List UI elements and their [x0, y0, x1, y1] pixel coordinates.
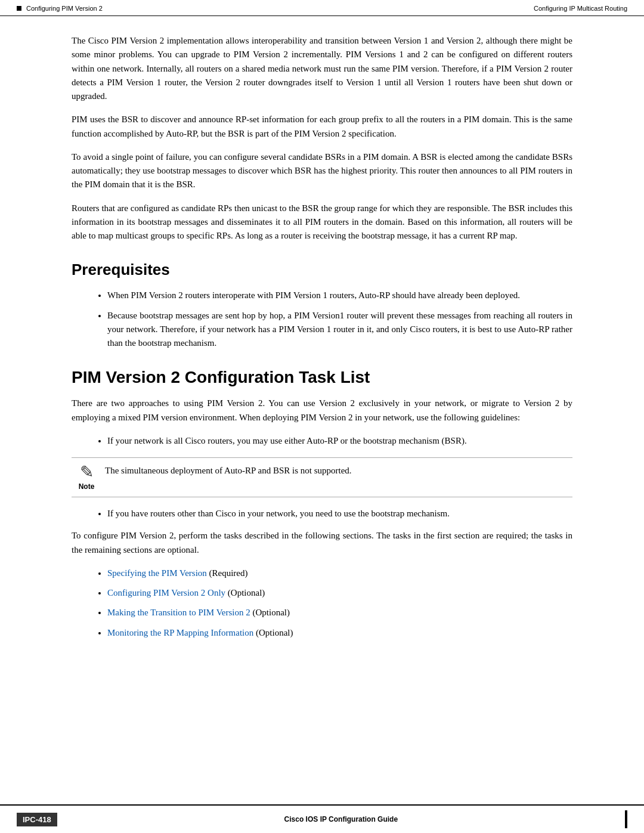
- link-suffix-1: (Optional): [225, 588, 265, 597]
- link-suffix-0: (Required): [207, 568, 248, 578]
- footer-bar: IPC-418 Cisco IOS IP Configuration Guide: [0, 804, 644, 833]
- header-right-label: Configuring IP Multicast Routing: [534, 5, 627, 12]
- page-badge: IPC-418: [17, 813, 57, 826]
- note-label: Note: [79, 482, 95, 491]
- note-container: ✎ Note The simultaneous deployment of Au…: [72, 457, 572, 497]
- main-content: The Cisco PIM Version 2 implementation a…: [0, 16, 644, 804]
- intro-para-3: To avoid a single point of failure, you …: [72, 150, 572, 192]
- header-bar: Configuring PIM Version 2 Configuring IP…: [0, 0, 644, 16]
- intro-para-2: PIM uses the BSR to discover and announc…: [72, 113, 572, 141]
- header-square-icon: [17, 6, 21, 11]
- link-suffix-2: (Optional): [250, 608, 290, 617]
- list-item: Configuring PIM Version 2 Only (Optional…: [107, 586, 572, 600]
- footer-line: [625, 810, 627, 828]
- page-container: Configuring PIM Version 2 Configuring IP…: [0, 0, 644, 833]
- list-item: Monitoring the RP Mapping Information (O…: [107, 626, 572, 640]
- pencil-icon: ✎: [80, 464, 94, 481]
- link-making-transition[interactable]: Making the Transition to PIM Version 2: [107, 608, 250, 617]
- link-suffix-3: (Optional): [253, 628, 293, 637]
- guide-title: Cisco IOS IP Configuration Guide: [284, 815, 398, 823]
- list-item: If your network is all Cisco routers, yo…: [107, 434, 572, 448]
- list-item: Making the Transition to PIM Version 2 (…: [107, 606, 572, 620]
- task-list-outro: To configure PIM Version 2, perform the …: [72, 529, 572, 557]
- task-list-heading: PIM Version 2 Configuration Task List: [72, 368, 572, 387]
- link-specifying-pim[interactable]: Specifying the PIM Version: [107, 568, 207, 578]
- link-monitoring-rp[interactable]: Monitoring the RP Mapping Information: [107, 628, 253, 637]
- list-item: When PIM Version 2 routers interoperate …: [107, 289, 572, 302]
- links-list: Specifying the PIM Version (Required) Co…: [107, 566, 572, 640]
- intro-para-4: Routers that are configured as candidate…: [72, 202, 572, 243]
- task-list-intro: There are two approaches to using PIM Ve…: [72, 397, 572, 425]
- link-configuring-pim[interactable]: Configuring PIM Version 2 Only: [107, 588, 225, 597]
- prerequisites-heading: Prerequisites: [72, 261, 572, 279]
- prerequisites-list: When PIM Version 2 routers interoperate …: [107, 289, 572, 350]
- header-left: Configuring PIM Version 2: [17, 5, 103, 12]
- list-item: If you have routers other than Cisco in …: [107, 507, 572, 521]
- note-icon-area: ✎ Note: [72, 464, 101, 491]
- list-item: Because bootstrap messages are sent hop …: [107, 309, 572, 351]
- header-left-label: Configuring PIM Version 2: [26, 5, 103, 12]
- note-text: The simultaneous deployment of Auto-RP a…: [105, 464, 572, 478]
- bullet-before-note-list: If your network is all Cisco routers, yo…: [107, 434, 572, 448]
- intro-para-1: The Cisco PIM Version 2 implementation a…: [72, 34, 572, 103]
- bullet-after-note-list: If you have routers other than Cisco in …: [107, 507, 572, 521]
- list-item: Specifying the PIM Version (Required): [107, 566, 572, 580]
